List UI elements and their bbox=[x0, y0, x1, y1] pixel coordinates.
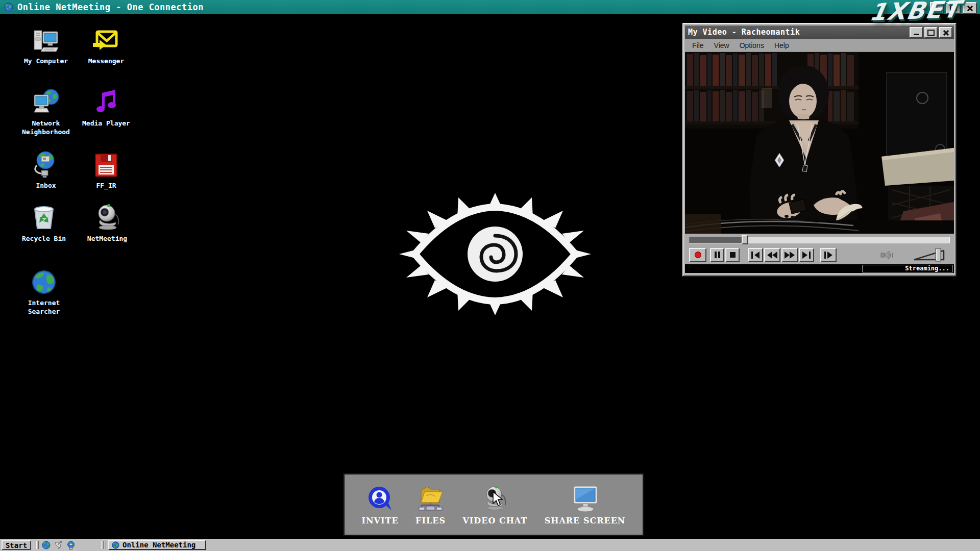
menu-file[interactable]: File bbox=[687, 40, 709, 51]
my-video-window: My Video - Racheomantik File View Option… bbox=[682, 23, 957, 277]
desktop-icon-label: Recycle Bin bbox=[22, 234, 66, 243]
video-scene bbox=[685, 52, 954, 234]
action-label: INVITE bbox=[362, 516, 399, 525]
files-button[interactable]: FILES bbox=[415, 484, 446, 525]
desktop-icon-label: My Computer bbox=[24, 57, 68, 65]
task-button-label: Online NetMeeting bbox=[122, 541, 195, 549]
satellite-dish-icon[interactable] bbox=[54, 541, 63, 549]
invite-button[interactable]: INVITE bbox=[362, 484, 399, 525]
pause-button[interactable] bbox=[710, 248, 724, 262]
skip-end-button[interactable] bbox=[799, 248, 814, 262]
desktop-icon-recycle-bin[interactable]: Recycle Bin bbox=[14, 202, 74, 243]
webcam-cursor-icon bbox=[481, 484, 509, 514]
netmeeting-action-panel: INVITE FILES bbox=[343, 473, 644, 536]
floppy-disk-icon bbox=[93, 149, 119, 179]
record-button[interactable] bbox=[689, 248, 706, 262]
taskbar-separator bbox=[36, 541, 39, 549]
player-controls bbox=[685, 245, 954, 264]
close-button[interactable] bbox=[963, 2, 977, 14]
speaker-muted-icon[interactable] bbox=[880, 249, 895, 261]
share-screen-button[interactable]: SHARE SCREEN bbox=[545, 484, 626, 525]
desktop-icon-label: FF_IR bbox=[96, 181, 116, 190]
seek-bar[interactable] bbox=[685, 234, 954, 245]
rewind-button[interactable] bbox=[764, 248, 780, 262]
minimize-button[interactable] bbox=[910, 27, 923, 38]
seek-track[interactable] bbox=[689, 237, 950, 243]
taskbar-separator bbox=[104, 541, 106, 549]
network-folder-icon bbox=[416, 484, 446, 514]
desktop-icon-inbox[interactable]: Inbox bbox=[16, 149, 76, 190]
desktop-icon-label: NetMeeting bbox=[87, 234, 127, 243]
desktop-icon-messenger[interactable]: Messenger bbox=[77, 24, 136, 65]
my-video-titlebar[interactable]: My Video - Racheomantik bbox=[685, 26, 954, 39]
step-forward-button[interactable] bbox=[820, 248, 837, 262]
action-label: FILES bbox=[415, 516, 446, 525]
menu-options[interactable]: Options bbox=[734, 40, 769, 51]
computer-icon bbox=[32, 24, 60, 54]
desktop-icon-label: Media Player bbox=[82, 119, 130, 128]
desktop-icon-internet-searcher[interactable]: Internet Searcher bbox=[14, 266, 74, 316]
status-bar: Streaming... bbox=[685, 264, 954, 273]
desktop-icon-my-computer[interactable]: My Computer bbox=[16, 24, 76, 65]
webcam-icon bbox=[93, 202, 121, 232]
globe-icon bbox=[112, 541, 119, 549]
main-window-titlebar: Online NetMeeting - One Connection bbox=[0, 0, 980, 14]
taskbar: Start Online NetMeeting bbox=[0, 539, 980, 551]
globe-cable-icon bbox=[32, 149, 60, 179]
video-feed bbox=[685, 52, 954, 234]
action-label: SHARE SCREEN bbox=[545, 516, 626, 525]
recycle-bin-icon bbox=[30, 202, 58, 232]
start-button[interactable]: Start bbox=[2, 540, 31, 550]
minimize-button[interactable] bbox=[930, 2, 944, 14]
desktop-icon-label: Messenger bbox=[88, 57, 124, 65]
desktop-icon-label: Inbox bbox=[36, 181, 56, 190]
seek-thumb[interactable] bbox=[742, 235, 748, 244]
fast-forward-button[interactable] bbox=[781, 248, 798, 262]
video-chat-button[interactable]: VIDEO CHAT bbox=[462, 484, 527, 525]
skip-start-button[interactable] bbox=[748, 248, 763, 262]
globe-icon bbox=[30, 266, 58, 296]
person-bubble-icon bbox=[366, 484, 395, 514]
monitor-icon bbox=[570, 484, 600, 514]
menu-view[interactable]: View bbox=[709, 40, 734, 51]
network-globe-icon[interactable] bbox=[66, 541, 76, 550]
desktop-icon-network-neighborhood[interactable]: Network Neighborhood bbox=[16, 87, 76, 136]
streaming-status: Streaming... bbox=[862, 265, 953, 272]
envelope-icon bbox=[92, 24, 120, 54]
action-label: VIDEO CHAT bbox=[462, 516, 527, 525]
desktop-icon-media-player[interactable]: Media Player bbox=[77, 87, 136, 128]
maximize-button[interactable] bbox=[924, 27, 938, 38]
globe-icon bbox=[4, 3, 13, 12]
desktop-icon-label: Network Neighborhood bbox=[21, 119, 70, 136]
desktop: Online NetMeeting - One Connection 1XBET… bbox=[0, 0, 980, 551]
desktop-icon-netmeeting[interactable]: NetMeeting bbox=[78, 202, 137, 243]
my-video-menubar: File View Options Help bbox=[685, 39, 954, 52]
globe-icon[interactable] bbox=[42, 541, 51, 549]
mouse-cursor-icon bbox=[492, 491, 503, 507]
main-window-title: Online NetMeeting - One Connection bbox=[17, 2, 204, 12]
volume-slider[interactable] bbox=[913, 248, 947, 262]
desktop-icon-label: Internet Searcher bbox=[19, 298, 68, 316]
seek-fill bbox=[690, 237, 744, 243]
menu-help[interactable]: Help bbox=[769, 40, 794, 51]
taskbar-task-netmeeting[interactable]: Online NetMeeting bbox=[108, 540, 206, 550]
eye-spiral-artwork bbox=[396, 178, 595, 333]
desktop-icon-ff-ir[interactable]: FF_IR bbox=[77, 149, 136, 190]
network-monitor-icon bbox=[32, 87, 60, 116]
music-note-icon bbox=[93, 87, 119, 116]
maximize-button[interactable] bbox=[946, 2, 961, 14]
my-video-title: My Video - Racheomantik bbox=[688, 28, 800, 37]
stop-button[interactable] bbox=[725, 248, 740, 262]
close-button[interactable] bbox=[939, 27, 952, 38]
